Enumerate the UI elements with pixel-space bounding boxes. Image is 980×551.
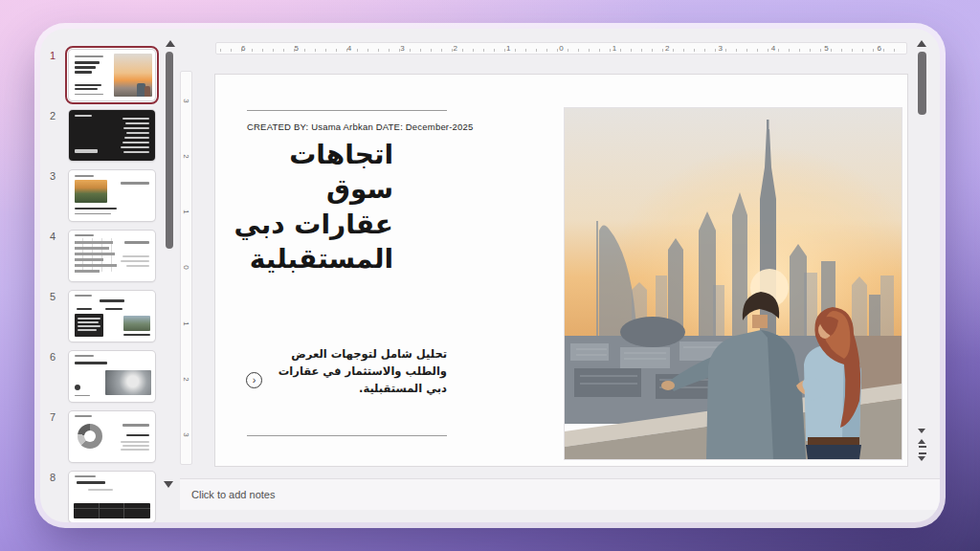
- thumbnail-scroll-up-icon[interactable]: [166, 40, 175, 47]
- thumbnail-slide-3-preview: [69, 170, 155, 221]
- thumbnail-slide-2-preview: [69, 110, 155, 161]
- scroll-down-icon[interactable]: [916, 426, 929, 438]
- slide-number: 3: [40, 166, 65, 182]
- slide-hero-image[interactable]: [565, 108, 902, 459]
- thumbnail-slide-7-preview: [69, 411, 155, 462]
- slide-number: 8: [40, 468, 65, 483]
- notes-placeholder: Click to add notes: [191, 489, 275, 500]
- slide-number: 5: [40, 287, 65, 302]
- thumbnail-scrollbar[interactable]: [166, 52, 173, 478]
- thumbnail-slide-6-preview: [69, 351, 155, 402]
- thumbnail-slide-1[interactable]: [65, 46, 159, 104]
- bottom-divider-line: [247, 435, 447, 436]
- slide-thumbnail-panel: 1 2: [40, 46, 163, 522]
- vertical-ruler: 32 10 12 3: [180, 71, 192, 465]
- slide-number: 7: [40, 408, 65, 423]
- dubai-skyline-illustration: [565, 108, 902, 459]
- top-divider-line: [247, 110, 447, 111]
- thumbnail-row-8: 8: [40, 468, 163, 522]
- thumbnail-slide-5[interactable]: [65, 287, 159, 345]
- previous-slide-button[interactable]: [916, 438, 929, 451]
- thumbnail-row-3: 3: [40, 166, 163, 225]
- main-scrollbar[interactable]: [918, 42, 926, 467]
- slide-byline[interactable]: CREATED BY: Usama Arbkan DATE: December-…: [247, 121, 474, 132]
- main-scrollbar-thumb[interactable]: [918, 52, 926, 115]
- thumbnail-slide-5-preview: [69, 291, 155, 342]
- thumbnail-slide-8-preview: [69, 472, 155, 522]
- app-window: 1 2: [40, 29, 940, 522]
- thumbnail-row-5: 5: [40, 287, 163, 345]
- thumbnail-slide-6[interactable]: [65, 347, 159, 406]
- thumbnail-row-1: 1: [40, 46, 163, 104]
- horizontal-ruler: 65 43 21 01 23 45 6: [215, 42, 907, 55]
- thumbnail-row-2: 2: [40, 106, 163, 165]
- slide-number: 4: [40, 227, 65, 242]
- thumbnail-slide-4-preview: [69, 231, 155, 281]
- thumbnail-row-6: 6: [40, 347, 163, 406]
- thumbnail-row-4: 4: [40, 227, 163, 285]
- slide-description[interactable]: تحليل شامل لتوجهات العرض والطلب والاستثم…: [273, 346, 447, 397]
- thumbnail-scroll-down-icon[interactable]: [164, 481, 173, 488]
- slide-number: 1: [40, 46, 65, 61]
- slide-canvas[interactable]: CREATED BY: Usama Arbkan DATE: December-…: [215, 75, 907, 466]
- next-slide-button[interactable]: [916, 451, 929, 463]
- thumbnail-slide-8[interactable]: [65, 468, 159, 522]
- thumbnail-slide-7[interactable]: [65, 408, 159, 466]
- thumbnail-scrollbar-thumb[interactable]: [166, 52, 173, 249]
- thumbnail-slide-3[interactable]: [65, 166, 159, 225]
- notes-pane[interactable]: Click to add notes: [180, 478, 940, 510]
- thumbnail-slide-4[interactable]: [65, 227, 159, 285]
- thumbnail-slide-1-preview: [69, 50, 155, 100]
- slide-title[interactable]: اتجاهات سوق عقارات دبي المستقبلية: [229, 138, 393, 277]
- thumbnail-slide-2[interactable]: [65, 106, 159, 165]
- slide-number: 2: [40, 106, 65, 121]
- slide-navigation: [916, 426, 929, 463]
- thumbnail-row-7: 7: [40, 408, 163, 466]
- slide-number: 6: [40, 347, 65, 363]
- chevron-right-circle-icon: ›: [246, 372, 262, 388]
